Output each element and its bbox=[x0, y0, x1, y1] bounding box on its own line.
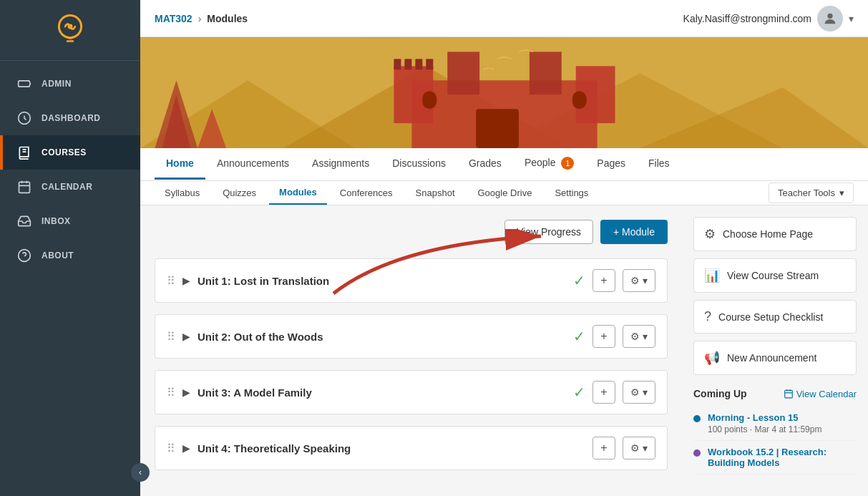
secondary-tab-snapshot[interactable]: Snapshot bbox=[406, 182, 465, 204]
coming-up-title: Coming Up bbox=[693, 388, 747, 399]
module-expand-icon[interactable]: ▶ bbox=[182, 442, 190, 454]
table-row: ⠿ ▶ Unit 1: Lost in Translation ✓ + ⚙ ▾ bbox=[155, 258, 668, 303]
user-menu[interactable]: Kaly.Nasiff@strongmind.com ▾ bbox=[683, 6, 854, 31]
sidebar-item-dashboard[interactable]: DASHBOARD bbox=[0, 101, 140, 135]
tab-pages[interactable]: Pages bbox=[585, 149, 637, 180]
drag-handle-icon[interactable]: ⠿ bbox=[167, 274, 175, 288]
svg-rect-2 bbox=[68, 37, 73, 39]
upcoming-item-name[interactable]: Workbook 15.2 | Research: Building Model… bbox=[708, 447, 857, 468]
module-complete-icon: ✓ bbox=[573, 328, 585, 345]
sidebar-item-inbox[interactable]: INBOX bbox=[0, 204, 140, 238]
upcoming-item-meta: 100 points · Mar 4 at 11:59pm bbox=[708, 424, 821, 434]
sidebar-collapse-button[interactable]: ‹ bbox=[131, 463, 150, 482]
choose-home-page-button[interactable]: ⚙ Choose Home Page bbox=[693, 217, 857, 251]
tab-discussions[interactable]: Discussions bbox=[381, 149, 457, 180]
coming-up-header: Coming Up View Calendar bbox=[693, 388, 857, 399]
sidebar-item-admin[interactable]: ADMIN bbox=[0, 67, 140, 101]
avatar-icon bbox=[822, 11, 838, 26]
tag-icon bbox=[17, 77, 31, 91]
svg-rect-19 bbox=[447, 52, 479, 94]
module-complete-icon: ✓ bbox=[573, 272, 585, 289]
sidebar-navigation: ADMIN DASHBOARD COURSES CALENDAR INBOX A… bbox=[0, 61, 140, 496]
checklist-icon: ? bbox=[704, 309, 711, 324]
home-page-icon: ⚙ bbox=[704, 226, 716, 242]
user-avatar bbox=[817, 6, 843, 31]
svg-rect-22 bbox=[404, 59, 411, 69]
tab-announcements[interactable]: Announcements bbox=[205, 149, 301, 180]
settings-gear-icon: ⚙ bbox=[630, 442, 640, 454]
hero-banner bbox=[140, 37, 868, 148]
svg-rect-3 bbox=[67, 40, 74, 42]
module-expand-icon[interactable]: ▶ bbox=[182, 275, 190, 286]
sidebar-item-about[interactable]: ABOUT bbox=[0, 238, 140, 273]
breadcrumb-course-link[interactable]: MAT302 bbox=[155, 13, 192, 24]
svg-rect-24 bbox=[426, 59, 433, 69]
secondary-tab-syllabus[interactable]: Syllabus bbox=[155, 182, 210, 204]
module-add-item-button[interactable]: + bbox=[593, 269, 615, 292]
upcoming-indicator bbox=[693, 415, 701, 422]
view-course-stream-button[interactable]: 📊 View Course Stream bbox=[693, 258, 857, 293]
secondary-tab-conferences[interactable]: Conferences bbox=[330, 182, 403, 204]
coming-up-section: Coming Up View Calendar Morning - Lesson… bbox=[693, 388, 857, 475]
view-progress-button[interactable]: View Progress bbox=[504, 220, 593, 244]
module-settings-button[interactable]: ⚙ ▾ bbox=[623, 325, 655, 348]
drag-handle-icon[interactable]: ⠿ bbox=[167, 386, 175, 399]
top-header: MAT302 › Modules Kaly.Nasiff@strongmind.… bbox=[140, 0, 868, 37]
secondary-tabs: Syllabus Quizzes Modules Conferences Sna… bbox=[140, 181, 868, 205]
inbox-icon bbox=[17, 214, 31, 228]
add-module-button[interactable]: + Module bbox=[600, 220, 668, 244]
tab-home[interactable]: Home bbox=[155, 149, 205, 180]
tab-grades[interactable]: Grades bbox=[457, 149, 513, 180]
svg-rect-27 bbox=[572, 91, 586, 109]
sidebar-logo bbox=[0, 0, 140, 61]
module-add-item-button[interactable]: + bbox=[593, 381, 615, 404]
svg-rect-21 bbox=[394, 59, 401, 69]
upcoming-item-details: Morning - Lesson 15 100 points · Mar 4 a… bbox=[708, 412, 821, 434]
drag-handle-icon[interactable]: ⠿ bbox=[167, 330, 175, 344]
table-row: ⠿ ▶ Unit 2: Out of the Woods ✓ + ⚙ ▾ bbox=[155, 314, 668, 359]
svg-rect-26 bbox=[422, 91, 437, 109]
table-row: ⠿ ▶ Unit 3: A Model Family ✓ + ⚙ ▾ bbox=[155, 370, 668, 414]
new-announcement-button[interactable]: 📢 New Announcement bbox=[693, 341, 857, 375]
right-sidebar: ⚙ Choose Home Page 📊 View Course Stream … bbox=[682, 205, 868, 496]
upcoming-item-name[interactable]: Morning - Lesson 15 bbox=[708, 412, 821, 423]
list-item: Morning - Lesson 15 100 points · Mar 4 a… bbox=[693, 407, 857, 441]
sidebar-item-calendar[interactable]: CALENDAR bbox=[0, 170, 140, 204]
upcoming-item-details: Workbook 15.2 | Research: Building Model… bbox=[708, 447, 857, 468]
module-add-item-button[interactable]: + bbox=[593, 325, 615, 348]
module-complete-icon: ✓ bbox=[573, 384, 585, 401]
drag-handle-icon[interactable]: ⠿ bbox=[167, 442, 175, 455]
view-calendar-link[interactable]: View Calendar bbox=[784, 389, 857, 399]
secondary-tab-settings[interactable]: Settings bbox=[545, 182, 598, 204]
upcoming-indicator bbox=[693, 449, 701, 457]
svg-point-1 bbox=[68, 24, 73, 29]
svg-rect-29 bbox=[784, 390, 792, 398]
module-settings-button[interactable]: ⚙ ▾ bbox=[623, 269, 655, 292]
tab-assignments[interactable]: Assignments bbox=[301, 149, 381, 180]
course-setup-checklist-button[interactable]: ? Course Setup Checklist bbox=[693, 300, 857, 334]
settings-gear-icon: ⚙ bbox=[630, 275, 640, 286]
tab-files[interactable]: Files bbox=[637, 149, 681, 180]
module-settings-button[interactable]: ⚙ ▾ bbox=[623, 437, 655, 459]
user-menu-chevron-icon: ▾ bbox=[849, 13, 854, 24]
book-icon bbox=[17, 145, 31, 160]
secondary-tab-modules[interactable]: Modules bbox=[269, 181, 327, 205]
course-navigation: Home Announcements Assignments Discussio… bbox=[140, 148, 868, 205]
secondary-tab-google-drive[interactable]: Google Drive bbox=[468, 182, 542, 204]
module-expand-icon[interactable]: ▶ bbox=[182, 331, 190, 342]
hero-castle-illustration bbox=[140, 37, 868, 148]
secondary-tab-quizzes[interactable]: Quizzes bbox=[213, 182, 266, 204]
svg-point-7 bbox=[827, 13, 832, 18]
tab-people[interactable]: People 1 bbox=[513, 148, 585, 180]
sidebar-item-courses[interactable]: COURSES bbox=[0, 135, 140, 170]
svg-rect-5 bbox=[19, 182, 30, 193]
breadcrumb: MAT302 › Modules bbox=[155, 13, 248, 24]
main-content: MAT302 › Modules Kaly.Nasiff@strongmind.… bbox=[140, 0, 868, 496]
calendar-small-icon bbox=[784, 389, 794, 399]
teacher-tools-button[interactable]: Teacher Tools ▾ bbox=[769, 183, 854, 203]
module-settings-button[interactable]: ⚙ ▾ bbox=[623, 381, 655, 404]
module-settings-chevron-icon: ▾ bbox=[643, 386, 648, 398]
module-expand-icon[interactable]: ▶ bbox=[182, 386, 190, 398]
module-title: Unit 3: A Model Family bbox=[198, 386, 566, 399]
module-add-item-button[interactable]: + bbox=[593, 437, 615, 459]
